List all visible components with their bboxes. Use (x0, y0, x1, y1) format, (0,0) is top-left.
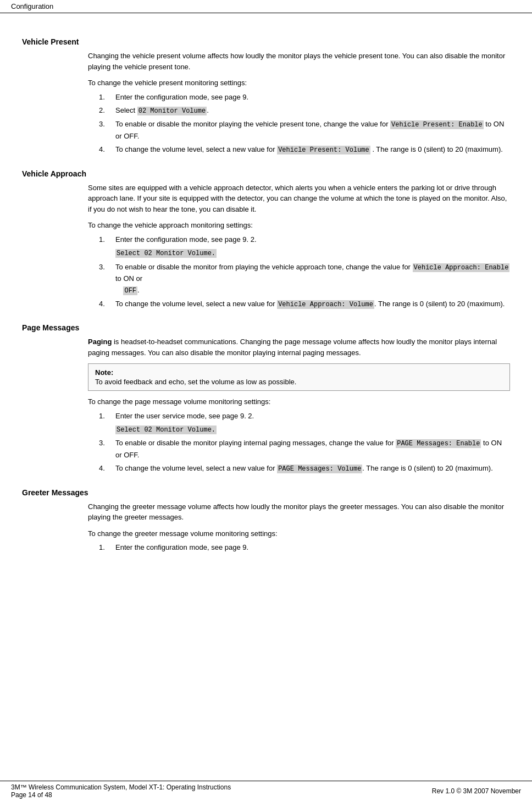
footer-left-block: 3M™ Wireless Communication System, Model… (11, 783, 231, 799)
step-vp-3: 3. To enable or disable the monitor play… (99, 119, 510, 142)
step-va-4: 4. To change the volume level, select a … (99, 299, 510, 310)
page-container: Configuration Vehicle Present Changing t… (0, 0, 532, 801)
header-title: Configuration (11, 2, 53, 10)
code-page-messages-enable: PAGE Messages: Enable (396, 439, 481, 448)
step-vp-2: 2. Select 02 Monitor Volume. (99, 105, 510, 117)
section-vehicle-approach: Vehicle Approach Some sites are equipped… (22, 169, 510, 310)
step-va-2-code: Select 02 Monitor Volume. (99, 247, 510, 259)
change-intro-greeter-messages: To change the greeter message volume mon… (88, 528, 510, 539)
section-page-messages: Page Messages Paging is headset-to-heads… (22, 323, 510, 475)
header-bar: Configuration (0, 0, 532, 13)
change-intro-vehicle-present: To change the vehicle present monitoring… (88, 78, 510, 89)
change-intro-page-messages: To change the page message volume monito… (88, 396, 510, 407)
code-02-monitor-volume-vp: 02 Monitor Volume (137, 107, 207, 115)
step-vp-1: 1. Enter the configuration mode, see pag… (99, 92, 510, 103)
code-off-va: OFF (123, 286, 137, 295)
steps-vehicle-approach: 1. Enter the configuration mode, see pag… (99, 234, 510, 310)
footer-page: Page 14 of 48 (11, 791, 231, 799)
paging-bold: Paging (88, 338, 112, 346)
intro-vehicle-approach: Some sites are equipped with a vehicle a… (88, 183, 510, 215)
intro-vehicle-present: Changing the vehicle present volume affe… (88, 51, 510, 72)
code-vehicle-approach-volume: Vehicle Approach: Volume (277, 300, 374, 309)
intro-page-messages: Paging is headset-to-headset communicati… (88, 336, 510, 391)
note-text: To avoid feedback and echo, set the volu… (95, 378, 503, 386)
step-vp-4: 4. To change the volume level, select a … (99, 144, 510, 156)
section-vehicle-present: Vehicle Present Changing the vehicle pre… (22, 37, 510, 156)
intro-greeter-messages: Changing the greeter message volume affe… (88, 501, 510, 523)
step-gm-1: 1. Enter the configuration mode, see pag… (99, 542, 510, 554)
footer-bar: 3M™ Wireless Communication System, Model… (0, 781, 532, 801)
step-pm-1: 1. Enter the user service mode, see page… (99, 411, 510, 422)
step-va-3: 3. To enable or disable the monitor from… (99, 262, 510, 296)
steps-vehicle-present: 1. Enter the configuration mode, see pag… (99, 92, 510, 156)
code-vehicle-present-enable: Vehicle Present: Enable (390, 120, 484, 129)
heading-page-messages: Page Messages (22, 323, 510, 332)
heading-vehicle-approach: Vehicle Approach (22, 169, 510, 178)
steps-page-messages: 1. Enter the user service mode, see page… (99, 411, 510, 475)
main-content: Vehicle Present Changing the vehicle pre… (0, 13, 532, 592)
note-label: Note: (95, 368, 503, 377)
code-vehicle-present-volume: Vehicle Present: Volume (277, 146, 370, 154)
change-intro-vehicle-approach: To change the vehicle approach monitorin… (88, 220, 510, 231)
code-select-02-pm: Select 02 Monitor Volume. (115, 426, 217, 434)
code-page-messages-volume: PAGE Messages: Volume (277, 465, 362, 473)
step-pm-3: 3. To enable or disable the monitor play… (99, 438, 510, 461)
step-va-1: 1. Enter the configuration mode, see pag… (99, 234, 510, 246)
heading-greeter-messages: Greeter Messages (22, 488, 510, 497)
step-pm-4: 4. To change the volume level, select a … (99, 463, 510, 474)
section-greeter-messages: Greeter Messages Changing the greeter me… (22, 488, 510, 554)
footer-product-name: 3M™ Wireless Communication System, Model… (11, 783, 231, 791)
step-pm-2-code: Select 02 Monitor Volume. (99, 424, 510, 435)
footer-revision: Rev 1.0 © 3M 2007 November (432, 787, 521, 795)
note-box-page-messages: Note: To avoid feedback and echo, set th… (88, 363, 510, 391)
code-select-02-va: Select 02 Monitor Volume. (115, 249, 217, 258)
heading-vehicle-present: Vehicle Present (22, 37, 510, 46)
code-vehicle-approach-enable: Vehicle Approach: Enable (413, 263, 510, 272)
steps-greeter-messages: 1. Enter the configuration mode, see pag… (99, 542, 510, 554)
